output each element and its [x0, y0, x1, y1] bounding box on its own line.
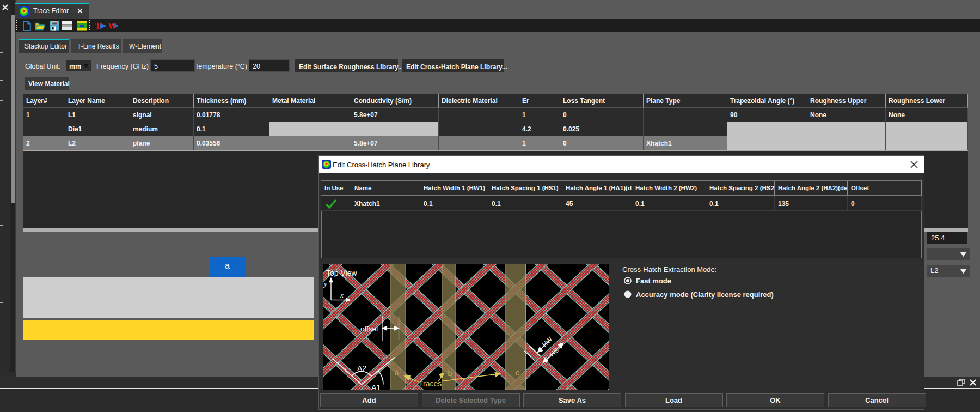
svg-text:A1: A1 [371, 383, 381, 390]
svg-text:Traces: Traces [419, 379, 442, 388]
svg-text:a: a [395, 368, 399, 377]
svg-text:x: x [340, 291, 344, 299]
svg-text:W: W [108, 21, 117, 31]
svg-text:T: T [95, 21, 101, 31]
svg-text:b: b [448, 369, 452, 378]
svg-text:y: y [323, 280, 327, 288]
svg-text:A2: A2 [357, 364, 366, 373]
svg-text:c: c [516, 368, 519, 377]
svg-text:offset: offset [360, 325, 378, 333]
svg-text:Top View: Top View [326, 269, 357, 277]
